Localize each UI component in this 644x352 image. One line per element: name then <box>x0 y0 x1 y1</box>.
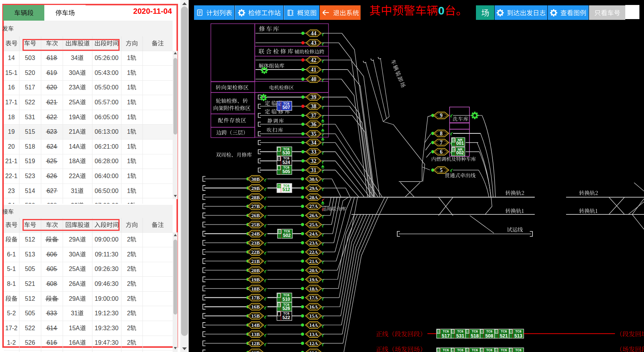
svg-text:31: 31 <box>311 167 317 173</box>
svg-text:43: 43 <box>311 40 317 46</box>
svg-text:32: 32 <box>311 158 317 164</box>
svg-text:22B: 22B <box>251 249 260 255</box>
svg-text:507: 507 <box>282 105 290 110</box>
svg-text:18A: 18A <box>309 286 318 292</box>
svg-text:TC6: TC6 <box>486 348 492 352</box>
svg-text:19A: 19A <box>309 277 318 282</box>
svg-text:11B: 11B <box>251 350 259 352</box>
svg-text:7: 7 <box>440 140 442 146</box>
svg-text:521: 521 <box>500 333 508 339</box>
svg-text:40: 40 <box>311 76 317 82</box>
svg-text:002: 002 <box>456 150 464 156</box>
svg-text:16A: 16A <box>309 304 318 310</box>
svg-text:5: 5 <box>440 167 442 173</box>
svg-text:TC6: TC6 <box>472 329 478 333</box>
svg-text:20A: 20A <box>309 268 318 273</box>
svg-text:21A: 21A <box>309 258 318 264</box>
svg-text:19B: 19B <box>251 277 260 282</box>
svg-text:TC6: TC6 <box>472 348 478 352</box>
svg-text:508: 508 <box>485 333 494 339</box>
svg-text:33: 33 <box>311 149 317 155</box>
svg-text:24B: 24B <box>251 231 260 237</box>
svg-text:22A: 22A <box>309 249 318 255</box>
svg-text:9: 9 <box>440 112 442 118</box>
svg-text:517: 517 <box>442 333 450 339</box>
svg-text:25A: 25A <box>309 222 318 227</box>
svg-text:20B: 20B <box>251 268 260 273</box>
svg-text:522: 522 <box>282 315 290 320</box>
svg-text:44: 44 <box>311 30 317 36</box>
svg-text:TC6: TC6 <box>501 348 507 352</box>
svg-text:17A: 17A <box>309 295 318 300</box>
svg-text:524: 524 <box>282 160 290 165</box>
svg-text:28A: 28A <box>309 195 318 200</box>
svg-text:17B: 17B <box>251 295 260 300</box>
svg-text:TC6: TC6 <box>515 329 521 333</box>
svg-text:12B: 12B <box>251 341 260 346</box>
svg-text:526: 526 <box>282 306 290 311</box>
svg-text:12A: 12A <box>309 341 318 346</box>
svg-text:TC6: TC6 <box>486 329 492 333</box>
svg-text:11A: 11A <box>309 350 318 352</box>
svg-text:18B: 18B <box>251 286 260 292</box>
svg-text:34: 34 <box>311 140 317 146</box>
svg-text:14A: 14A <box>309 322 318 328</box>
svg-text:15A: 15A <box>309 313 318 319</box>
svg-text:TC6: TC6 <box>501 329 507 333</box>
svg-text:510: 510 <box>282 297 290 302</box>
svg-text:30A: 30A <box>309 176 318 182</box>
svg-text:502: 502 <box>283 233 291 238</box>
svg-text:24A: 24A <box>309 231 318 237</box>
svg-text:16B: 16B <box>251 304 260 310</box>
svg-text:29B: 29B <box>251 185 260 191</box>
svg-text:30B: 30B <box>251 176 260 182</box>
svg-text:26B: 26B <box>251 212 260 218</box>
svg-text:42: 42 <box>311 57 317 63</box>
svg-text:14B: 14B <box>251 322 260 328</box>
svg-text:37: 37 <box>311 112 317 118</box>
svg-text:13B: 13B <box>251 331 260 337</box>
svg-text:23B: 23B <box>251 240 260 246</box>
svg-text:38: 38 <box>311 103 317 109</box>
svg-text:27B: 27B <box>251 203 260 209</box>
svg-text:TC6: TC6 <box>515 348 521 352</box>
svg-text:001: 001 <box>456 141 464 146</box>
svg-text:21B: 21B <box>251 258 260 264</box>
svg-text:36: 36 <box>311 121 317 127</box>
svg-text:8: 8 <box>440 130 442 136</box>
svg-text:27A: 27A <box>309 203 318 209</box>
svg-text:26A: 26A <box>309 212 318 218</box>
svg-text:39: 39 <box>311 94 317 100</box>
svg-text:29A: 29A <box>309 185 318 191</box>
svg-text:518: 518 <box>471 333 479 339</box>
svg-text:513: 513 <box>515 333 523 339</box>
svg-text:530: 530 <box>282 150 290 156</box>
svg-text:25B: 25B <box>251 222 260 227</box>
svg-text:15B: 15B <box>251 313 260 319</box>
svg-text:13A: 13A <box>309 331 318 337</box>
svg-text:41: 41 <box>311 67 317 73</box>
svg-text:505: 505 <box>282 169 290 174</box>
svg-text:TC6: TC6 <box>457 329 463 333</box>
svg-text:TC6: TC6 <box>457 348 463 352</box>
svg-text:512: 512 <box>282 187 290 192</box>
svg-text:28B: 28B <box>251 195 260 200</box>
svg-text:23A: 23A <box>309 240 318 246</box>
svg-text:531: 531 <box>456 333 464 339</box>
svg-text:35: 35 <box>311 131 317 137</box>
svg-text:TC6: TC6 <box>443 348 449 352</box>
svg-text:6: 6 <box>440 149 442 155</box>
svg-text:TC6: TC6 <box>443 329 449 333</box>
